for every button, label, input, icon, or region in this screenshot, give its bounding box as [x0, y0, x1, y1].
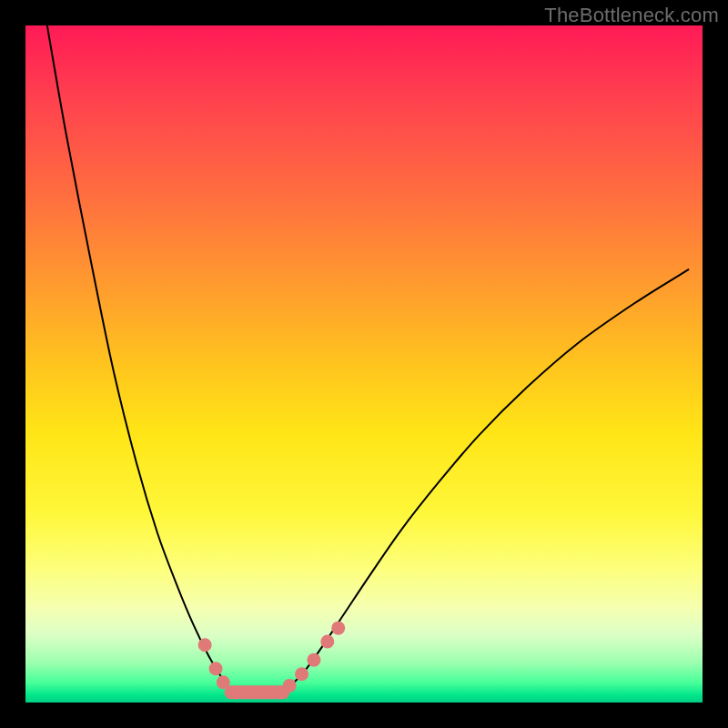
marker-right-4 — [331, 622, 345, 635]
watermark-text: TheBottleneck.com — [544, 4, 719, 27]
marker-left-1 — [209, 662, 223, 675]
marker-floor-pill — [225, 685, 290, 699]
marker-left-0 — [198, 638, 212, 652]
marker-group — [198, 622, 346, 700]
chart-svg — [25, 25, 703, 703]
marker-right-2 — [307, 653, 320, 667]
marker-right-3 — [320, 635, 334, 649]
marker-right-1 — [295, 667, 308, 681]
curve-left-branch — [47, 25, 231, 692]
chart-frame — [25, 25, 703, 703]
